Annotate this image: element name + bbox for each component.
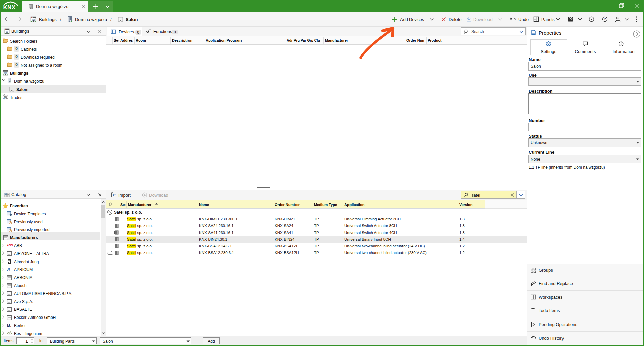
svg-text:KNX: KNX <box>3 4 16 10</box>
svg-text:?: ? <box>604 17 606 21</box>
